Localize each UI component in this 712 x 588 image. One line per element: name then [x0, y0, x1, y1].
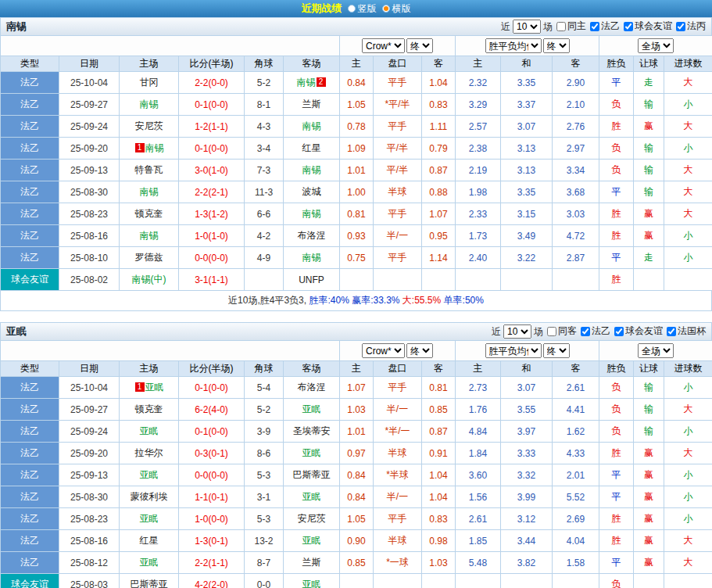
bookmaker-select[interactable]: Crow*: [362, 343, 405, 358]
league-type-badge[interactable]: 球会友谊: [1, 269, 59, 291]
league-type-badge[interactable]: 法乙: [1, 116, 59, 138]
bookmaker-select[interactable]: Crow*: [362, 38, 405, 53]
league-type-badge[interactable]: 法乙: [1, 464, 59, 486]
score-cell[interactable]: 3-1(1-1): [179, 269, 245, 291]
score-cell[interactable]: 1-3(0-1): [179, 530, 245, 552]
filter-checkbox[interactable]: 法丙: [672, 20, 706, 33]
layout-option[interactable]: 横版: [382, 2, 411, 16]
score-cell[interactable]: 0-0(0-0): [179, 247, 245, 269]
league-type-badge[interactable]: 法乙: [1, 203, 59, 225]
euro-final-select[interactable]: 终: [543, 38, 570, 53]
score-cell[interactable]: 2-2(0-0): [179, 72, 245, 94]
league-type-badge[interactable]: 法乙: [1, 508, 59, 530]
checkbox-input[interactable]: [676, 22, 685, 31]
team-link[interactable]: 特鲁瓦: [135, 164, 163, 175]
league-type-badge[interactable]: 法乙: [1, 72, 59, 94]
score-cell[interactable]: 0-1(0-0): [179, 377, 245, 399]
team-link[interactable]: 罗德兹: [135, 252, 163, 263]
team-link[interactable]: 顿克奎: [135, 208, 163, 219]
filter-checkbox[interactable]: 法国杯: [663, 324, 706, 338]
team-link[interactable]: 南锡: [302, 120, 321, 131]
filter-checkbox[interactable]: 球会友谊: [620, 20, 672, 33]
score-cell[interactable]: 2-2(2-1): [179, 181, 245, 203]
league-type-badge[interactable]: 法乙: [1, 399, 59, 421]
team-link[interactable]: 安尼茨: [298, 513, 326, 524]
team-link[interactable]: 南锡: [302, 252, 321, 263]
team-link[interactable]: 亚眠: [140, 425, 159, 436]
team-link[interactable]: 拉华尔: [135, 447, 163, 458]
team-link[interactable]: 安尼茨: [135, 120, 163, 131]
league-type-badge[interactable]: 法乙: [1, 138, 59, 160]
league-type-badge[interactable]: 法乙: [1, 421, 59, 443]
team-link[interactable]: 亚眠: [302, 447, 321, 458]
asian-final-select[interactable]: 终: [406, 343, 433, 358]
checkbox-input[interactable]: [581, 327, 590, 336]
league-type-badge[interactable]: 法乙: [1, 530, 59, 552]
filter-checkbox[interactable]: 球会友谊: [610, 324, 663, 338]
scope-select[interactable]: 全场: [638, 38, 674, 53]
team-link[interactable]: UNFP: [299, 274, 324, 285]
team-link[interactable]: 巴斯蒂亚: [131, 579, 168, 588]
scope-select[interactable]: 全场: [638, 343, 674, 358]
league-type-badge[interactable]: 法乙: [1, 181, 59, 203]
team-link[interactable]: 亚眠: [140, 513, 159, 524]
filter-checkbox[interactable]: 同客: [543, 324, 577, 338]
checkbox-input[interactable]: [590, 22, 599, 31]
league-type-badge[interactable]: 球会友谊: [1, 574, 59, 588]
team-link[interactable]: 顿克奎: [135, 403, 163, 414]
league-type-badge[interactable]: 法乙: [1, 160, 59, 181]
checkbox-input[interactable]: [624, 22, 633, 31]
league-type-badge[interactable]: 法乙: [1, 377, 59, 399]
team-link[interactable]: 亚眠: [302, 403, 321, 414]
checkbox-input[interactable]: [556, 22, 566, 31]
score-cell[interactable]: 1-0(1-0): [179, 225, 245, 247]
team-link[interactable]: 红星: [140, 535, 159, 546]
team-link[interactable]: 布洛涅: [298, 230, 326, 241]
score-cell[interactable]: 2-2(1-1): [179, 552, 245, 574]
radio-icon[interactable]: [348, 5, 356, 13]
team-link[interactable]: 亚眠: [140, 557, 159, 568]
team-link[interactable]: 南锡(中): [132, 274, 166, 285]
layout-option[interactable]: 竖版: [348, 2, 377, 16]
match-count-select[interactable]: 10: [503, 324, 531, 339]
team-link[interactable]: 兰斯: [302, 557, 321, 568]
team-link[interactable]: 亚眠: [145, 382, 164, 393]
team-link[interactable]: 南锡: [297, 77, 316, 88]
euro-final-select[interactable]: 终: [543, 343, 570, 358]
checkbox-input[interactable]: [614, 327, 624, 336]
score-cell[interactable]: 3-0(1-0): [179, 160, 245, 181]
league-type-badge[interactable]: 法乙: [1, 486, 59, 508]
score-cell[interactable]: 1-3(1-2): [179, 203, 245, 225]
team-link[interactable]: 亚眠: [302, 535, 321, 546]
radio-icon[interactable]: [382, 5, 390, 13]
team-link[interactable]: 兰斯: [302, 99, 321, 109]
score-cell[interactable]: 0-1(0-0): [179, 421, 245, 443]
team-link[interactable]: 南锡: [302, 208, 321, 219]
team-link[interactable]: 南锡: [302, 164, 321, 175]
team-link[interactable]: 南锡: [140, 99, 159, 109]
league-type-badge[interactable]: 法乙: [1, 552, 59, 574]
team-link[interactable]: 红星: [302, 142, 321, 153]
league-type-badge[interactable]: 法乙: [1, 94, 59, 116]
score-cell[interactable]: 1-0(0-0): [179, 508, 245, 530]
league-type-badge[interactable]: 法乙: [1, 225, 59, 247]
team-link[interactable]: 南锡: [145, 142, 164, 153]
team-link[interactable]: 甘冈: [140, 77, 159, 88]
match-count-select[interactable]: 10: [513, 20, 541, 34]
checkbox-input[interactable]: [667, 327, 676, 336]
checkbox-input[interactable]: [547, 327, 556, 336]
team-link[interactable]: 布洛涅: [298, 382, 326, 393]
team-link[interactable]: 亚眠: [140, 469, 159, 480]
score-cell[interactable]: 1-1(0-1): [179, 486, 245, 508]
filter-checkbox[interactable]: 法乙: [586, 20, 620, 33]
filter-checkbox[interactable]: 法乙: [577, 324, 610, 338]
team-link[interactable]: 巴斯蒂亚: [293, 469, 331, 480]
score-cell[interactable]: 0-1(0-0): [179, 94, 245, 116]
team-link[interactable]: 波城: [302, 186, 321, 197]
score-cell[interactable]: 0-0(0-0): [179, 464, 245, 486]
score-cell[interactable]: 4-2(2-0): [179, 574, 245, 588]
score-cell[interactable]: 1-2(1-1): [179, 116, 245, 138]
filter-checkbox[interactable]: 同主: [553, 20, 586, 33]
score-cell[interactable]: 0-1(0-0): [179, 138, 245, 160]
league-type-badge[interactable]: 法乙: [1, 443, 59, 464]
